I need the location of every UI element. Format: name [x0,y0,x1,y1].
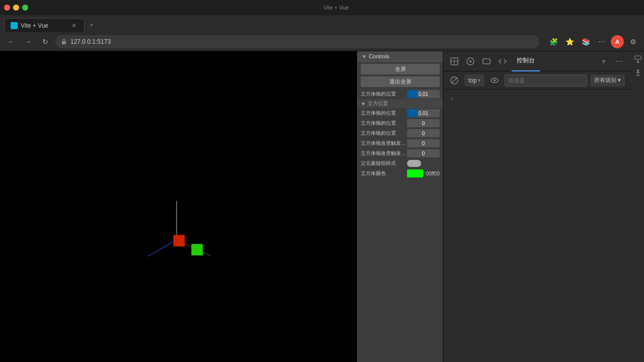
position-value-container: 0.01 [407,90,440,98]
top-label: top [468,77,477,84]
fullscreen-button[interactable]: 全屏 [361,64,440,74]
console-tab[interactable]: 控制台 [512,51,540,71]
x-value-container: 0.01 [407,109,440,117]
cube-color-label: 立方体颜色 [361,170,406,177]
toolbar-right: 🧩 ⭐ 📚 ⋯ A ⚙ [546,35,640,49]
console-item-expand[interactable]: › [447,94,457,104]
x-slider[interactable]: 0.01 [407,109,440,117]
parent-toggle[interactable] [407,160,421,167]
browser-more-btn[interactable]: ⋯ [595,35,609,49]
lock-icon [60,38,67,45]
right-strip [632,51,644,362]
z-value-display[interactable]: 0 [407,129,440,137]
event2-value-display: 0 [407,149,440,157]
svg-rect-0 [62,41,66,44]
window-title: Vite + Vue [324,5,349,11]
clear-console-btn[interactable] [447,73,461,87]
right-strip-btn2[interactable] [633,67,643,77]
section-title: 立方位置 [368,100,388,107]
active-tab[interactable]: Vite + Vue ✕ [4,18,85,32]
z-value-container: 0 [407,129,440,137]
extensions-btn[interactable]: 🧩 [546,35,560,49]
parent-toggle-container [407,160,440,167]
controls-header[interactable]: ▼ Controls [358,51,443,62]
color-swatch[interactable] [407,169,423,177]
y-value-display[interactable]: 0 [407,119,440,127]
parent-mode-label: 父元素链组样式 [361,160,406,167]
back-button[interactable]: ← [4,35,18,49]
accessibility-icon [634,68,642,76]
3d-scene [0,51,357,362]
parent-mode-row: 父元素链组样式 [358,158,443,168]
cube-y-row: 立方体镜的位置 0 [358,118,443,128]
svg-rect-16 [635,56,641,59]
console-item-row: › [443,92,644,106]
window-maximize-btn[interactable] [22,5,28,11]
event2-label: 立方体镜改变触发发事件 [361,150,406,157]
exit-fullscreen-button[interactable]: 退出全屏 [361,76,440,87]
log-levels-label: 所有级别 [594,76,616,84]
section-cube-position[interactable]: ▼ 立方位置 [358,99,443,108]
collections-btn[interactable]: 📚 [579,35,593,49]
main-content: ▼ Controls 全屏 退出全屏 立方体镜的位置 0.01 ▼ 立方位置 立… [0,51,644,362]
responsive-btn[interactable] [479,54,494,68]
cube-color-container: 00ff00 [407,169,440,177]
controls-collapse-arrow: ▼ [362,54,367,59]
responsive-icon [482,57,491,66]
profile-button[interactable]: A [611,35,624,48]
address-bar[interactable]: 127.0.0.1:5173 [55,35,539,48]
controls-title: Controls [369,53,389,59]
settings-btn[interactable]: ⚙ [626,35,640,49]
position-slider[interactable]: 0.01 [407,90,440,98]
y-label: 立方体镜的位置 [361,120,406,127]
svg-line-23 [638,74,639,76]
event1-label: 立方体镜改变触发事件 [361,140,406,147]
event1-row: 立方体镜改变触发事件 0 [358,138,443,148]
right-strip-btn1[interactable] [633,54,643,64]
svg-line-1 [148,240,177,256]
tab-close-btn[interactable]: ✕ [70,22,78,30]
refresh-button[interactable]: ↻ [38,35,52,49]
devtools-toolbar: 控制台 + ⋯ ✕ [443,51,644,71]
x-value-text: 0.01 [407,109,440,117]
console-tab-label: 控制台 [517,56,535,65]
devtools-more-btn[interactable]: ⋯ [613,55,625,67]
browser-toolbar: ← → ↻ 127.0.0.1:5173 🧩 ⭐ 📚 ⋯ A ⚙ [0,32,644,51]
devtools-secondary-bar: top ▾ 所有级别 ▾ ⚙ [443,71,644,89]
svg-rect-18 [637,61,639,63]
window-close-btn[interactable] [4,5,10,11]
controls-panel: ▼ Controls 全屏 退出全屏 立方体镜的位置 0.01 ▼ 立方位置 立… [357,51,443,362]
tab-favicon [11,22,18,29]
new-tab-button[interactable]: + [85,18,99,32]
tab-bar: Vite + Vue ✕ + [0,15,644,32]
eye-icon [490,76,499,85]
svg-line-13 [452,77,457,83]
tab-title: Vite + Vue [21,22,48,29]
inspect-element-btn[interactable] [447,54,461,68]
event2-value-container: 0 [407,149,440,157]
pointer-btn[interactable] [463,54,477,68]
cube-position-row: 立方体镜的位置 0.01 [358,89,443,99]
forward-button[interactable]: → [21,35,35,49]
watch-btn[interactable] [488,73,502,87]
source-icon [498,57,507,66]
cube-x-row: 立方体镜的位置 0.01 [358,108,443,118]
address-text: 127.0.0.1:5173 [70,38,111,45]
window-minimize-btn[interactable] [13,5,19,11]
svg-rect-4 [173,235,185,246]
event1-value-display: 0 [407,139,440,147]
add-devtools-tab-btn[interactable]: + [598,55,610,67]
log-levels-dropdown[interactable]: 所有级别 ▾ [590,74,625,86]
x-label: 立方体镜的位置 [361,110,406,117]
svg-point-10 [469,60,471,62]
browser-window: Vite + Vue Vite + Vue ✕ + ← → ↻ 127.0.0.… [0,0,644,51]
favorites-btn[interactable]: ⭐ [562,35,577,49]
position-slider-text: 0.01 [407,90,440,98]
source-code-btn[interactable] [496,54,510,68]
filter-input[interactable] [505,74,587,86]
y-value-container: 0 [407,119,440,127]
context-selector[interactable]: top ▾ [464,74,485,86]
section-collapse-icon: ▼ [361,101,366,107]
devtools-panel: 控制台 + ⋯ ✕ top ▾ [443,51,644,362]
svg-point-15 [494,79,496,81]
